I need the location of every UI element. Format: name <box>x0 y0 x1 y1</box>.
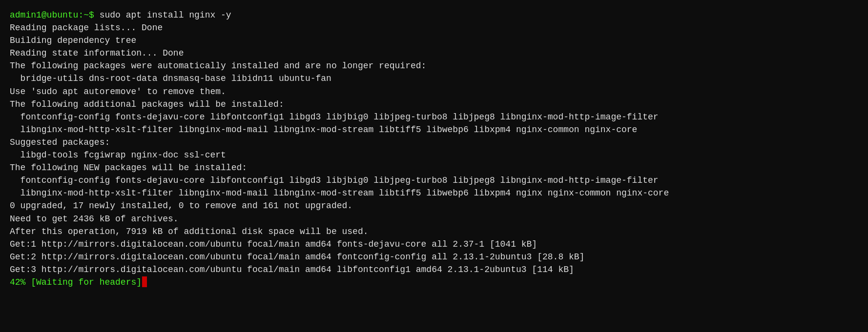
terminal-line: Get:1 http://mirrors.digitalocean.com/ub… <box>10 238 858 251</box>
terminal-line: bridge-utils dns-root-data dnsmasq-base … <box>10 72 858 85</box>
prompt-username: admin1@ubuntu:~$ <box>10 10 94 20</box>
terminal-line: 42% [Waiting for headers] <box>10 276 858 289</box>
terminal-line: Reading state information... Done <box>10 47 858 59</box>
terminal-line: fontconfig-config fonts-dejavu-core libf… <box>10 174 858 187</box>
terminal-line: The following NEW packages will be insta… <box>10 161 858 174</box>
terminal-line: Get:3 http://mirrors.digitalocean.com/ub… <box>10 263 858 276</box>
terminal-line: Suggested packages: <box>10 136 858 149</box>
terminal-line: admin1@ubuntu:~$ sudo apt install nginx … <box>10 9 858 21</box>
terminal-line: Use 'sudo apt autoremove' to remove them… <box>10 85 858 98</box>
terminal-window: admin1@ubuntu:~$ sudo apt install nginx … <box>10 9 858 289</box>
terminal-line: Need to get 2436 kB of archives. <box>10 213 858 225</box>
terminal-cursor <box>142 276 147 287</box>
terminal-line: libnginx-mod-http-xslt-filter libnginx-m… <box>10 123 858 136</box>
terminal-line: The following additional packages will b… <box>10 98 858 111</box>
terminal-line: libnginx-mod-http-xslt-filter libnginx-m… <box>10 187 858 199</box>
terminal-line: After this operation, 7919 kB of additio… <box>10 225 858 238</box>
terminal-line: libgd-tools fcgiwrap nginx-doc ssl-cert <box>10 149 858 161</box>
terminal-line: Building dependency tree <box>10 34 858 47</box>
terminal-line: 0 upgraded, 17 newly installed, 0 to rem… <box>10 199 858 212</box>
terminal-line: The following packages were automaticall… <box>10 59 858 72</box>
progress-text: 42% [Waiting for headers] <box>10 277 142 287</box>
terminal-line: Get:2 http://mirrors.digitalocean.com/ub… <box>10 251 858 263</box>
prompt-command: sudo apt install nginx -y <box>94 10 231 20</box>
terminal-line: Reading package lists... Done <box>10 21 858 34</box>
terminal-line: fontconfig-config fonts-dejavu-core libf… <box>10 111 858 123</box>
